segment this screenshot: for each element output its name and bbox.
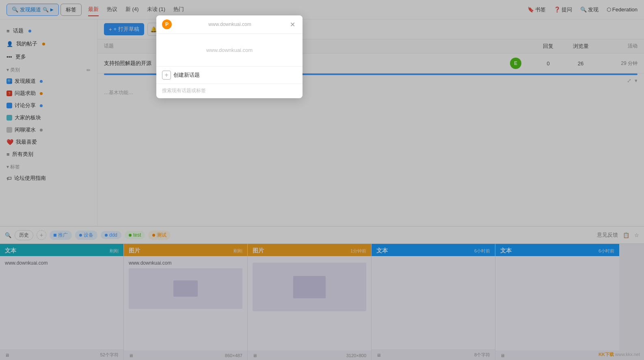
modal-header-icon: P [162, 19, 172, 29]
modal-close-button[interactable]: ✕ [288, 20, 297, 29]
modal-header: P www.downkuai.com ✕ [156, 15, 303, 34]
modal-body-url: www.downkuai.com [206, 47, 253, 53]
modal-body: www.downkuai.com [156, 34, 303, 66]
modal-site-url: www.downkuai.com [208, 22, 251, 27]
modal-search-placeholder: 搜索现有话题或标签 [156, 84, 303, 98]
modal-overlay[interactable] [0, 0, 644, 360]
modal-popup: P www.downkuai.com ✕ www.downkuai.com + … [156, 15, 303, 98]
modal-create-topic-btn[interactable]: + 创建新话题 [156, 66, 303, 84]
create-topic-label: 创建新话题 [173, 71, 200, 79]
create-plus-icon: + [162, 71, 171, 80]
